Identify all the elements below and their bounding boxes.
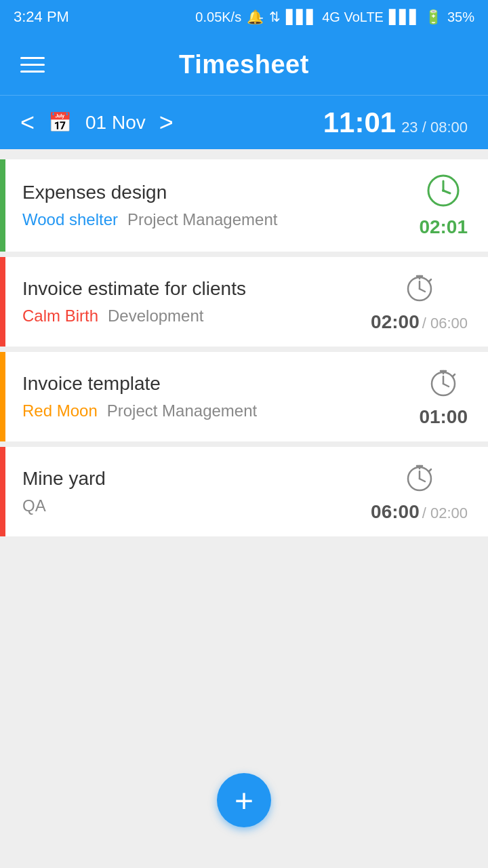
card-category: Project Management <box>127 210 277 229</box>
time-secondary: / 06:00 <box>422 315 468 332</box>
card-meta: Red Moon Project Management <box>22 401 382 420</box>
card-right: 02:01 <box>399 159 488 252</box>
signal-bars-icon: ▋▋▋ <box>286 9 317 25</box>
prev-date-button[interactable]: < <box>20 108 35 137</box>
network-speed: 0.05K/s <box>195 9 241 25</box>
card-body: Expenses design Wood shelter Project Man… <box>5 159 399 252</box>
network-type: 4G VoLTE <box>322 9 384 25</box>
svg-line-15 <box>453 374 455 376</box>
add-button[interactable]: + <box>217 773 271 827</box>
status-time: 3:24 PM <box>14 8 69 26</box>
card-accent <box>0 257 5 347</box>
timesheet-card-4[interactable]: Mine yard QA 06:00 / 02:00 <box>0 447 488 536</box>
card-accent <box>0 352 5 441</box>
card-title: Invoice template <box>22 373 382 395</box>
card-body: Mine yard QA <box>5 447 350 536</box>
card-client: Red Moon <box>22 401 98 420</box>
arrows-icon: ⇅ <box>269 9 281 25</box>
svg-line-21 <box>429 469 431 471</box>
card-category: Project Management <box>107 401 257 420</box>
timesheet-card-1[interactable]: Expenses design Wood shelter Project Man… <box>0 159 488 252</box>
timer-icon[interactable] <box>403 460 436 496</box>
page-title: Timesheet <box>179 50 309 79</box>
card-right: 06:00 / 02:00 <box>350 447 488 536</box>
app-header: Timesheet <box>0 34 488 95</box>
svg-point-3 <box>442 189 445 192</box>
battery-level: 35% <box>447 9 474 25</box>
timesheet-card-2[interactable]: Invoice estimate for clients Calm Birth … <box>0 257 488 347</box>
battery-icon: 🔋 <box>425 9 442 25</box>
time-secondary: / 02:00 <box>422 505 468 522</box>
time-detail: 23 / 08:00 <box>401 119 468 136</box>
card-right: 01:00 <box>399 352 488 441</box>
svg-line-9 <box>429 279 431 281</box>
signal-icon: 🔔̵ <box>247 9 264 25</box>
svg-line-12 <box>443 384 449 387</box>
current-time: 11:01 <box>323 106 396 139</box>
time-value: 02:01 <box>419 216 468 238</box>
card-meta: Wood shelter Project Management <box>22 210 382 229</box>
svg-line-18 <box>420 479 425 481</box>
timer-icon[interactable] <box>403 271 436 306</box>
add-icon: + <box>235 782 253 819</box>
card-right: 02:00 / 06:00 <box>350 257 488 347</box>
card-title: Mine yard <box>22 468 333 490</box>
signal-bars2-icon: ▋▋▋ <box>389 9 420 25</box>
current-date: 01 Nov <box>85 112 146 134</box>
hamburger-menu[interactable] <box>20 57 45 73</box>
card-meta: QA <box>22 496 333 515</box>
date-section: < 📅 01 Nov > <box>20 108 323 137</box>
card-meta: Calm Birth Development <box>22 307 333 326</box>
status-bar: 3:24 PM 0.05K/s 🔔̵ ⇅ ▋▋▋ 4G VoLTE ▋▋▋ 🔋 … <box>0 0 488 34</box>
calendar-icon[interactable]: 📅 <box>48 111 72 134</box>
card-title: Expenses design <box>22 182 382 203</box>
timer-icon[interactable] <box>426 173 461 211</box>
time-display: 11:01 23 / 08:00 <box>323 106 468 139</box>
next-date-button[interactable]: > <box>159 108 174 137</box>
card-client: Wood shelter <box>22 210 118 229</box>
svg-line-6 <box>420 289 425 292</box>
card-body: Invoice template Red Moon Project Manage… <box>5 352 399 441</box>
card-category: Development <box>108 307 203 326</box>
date-navigation: < 📅 01 Nov > 11:01 23 / 08:00 <box>0 95 488 149</box>
card-accent <box>0 447 5 536</box>
card-body: Invoice estimate for clients Calm Birth … <box>5 257 350 347</box>
time-value: 01:00 <box>419 406 468 428</box>
card-client: QA <box>22 496 46 515</box>
card-title: Invoice estimate for clients <box>22 278 333 300</box>
time-value: 02:00 <box>371 311 420 333</box>
timesheet-cards: Expenses design Wood shelter Project Man… <box>0 149 488 547</box>
card-client: Calm Birth <box>22 307 98 326</box>
timer-icon[interactable] <box>427 366 460 401</box>
card-accent <box>0 159 5 252</box>
timesheet-card-3[interactable]: Invoice template Red Moon Project Manage… <box>0 352 488 441</box>
status-indicators: 0.05K/s 🔔̵ ⇅ ▋▋▋ 4G VoLTE ▋▋▋ 🔋 35% <box>195 9 474 25</box>
time-value: 06:00 <box>371 501 420 523</box>
